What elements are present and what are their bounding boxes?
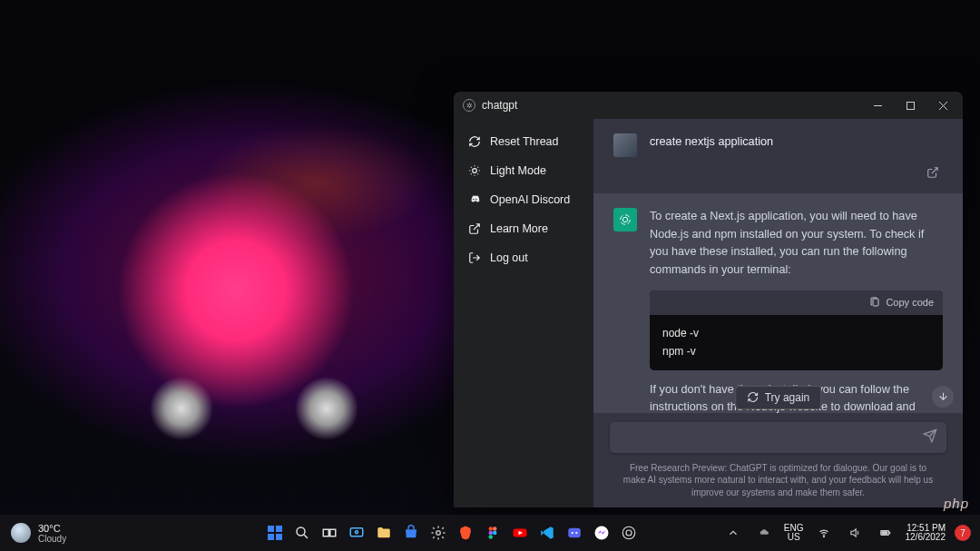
try-again-button[interactable]: Try again [735, 386, 822, 409]
svg-point-5 [622, 217, 627, 221]
svg-rect-8 [276, 526, 282, 532]
svg-point-24 [572, 532, 573, 534]
logout-icon [468, 251, 481, 264]
start-button[interactable] [264, 522, 286, 544]
minimize-button[interactable] [861, 92, 894, 119]
svg-point-28 [626, 530, 632, 536]
refresh-icon [468, 135, 481, 148]
sidebar-item-discord[interactable]: OpenAI Discord [461, 186, 586, 213]
svg-rect-9 [268, 534, 274, 540]
svg-point-27 [622, 526, 635, 539]
try-again-label: Try again [765, 391, 810, 404]
brave-icon[interactable] [455, 522, 476, 544]
explorer-icon[interactable] [373, 522, 395, 544]
language-indicator[interactable]: ENG US [784, 524, 804, 543]
svg-rect-12 [323, 529, 328, 536]
task-view-button[interactable] [318, 522, 340, 544]
onedrive-icon[interactable] [753, 522, 775, 544]
weather-widget[interactable]: 30°C Cloudy [0, 523, 181, 544]
settings-icon[interactable] [427, 522, 449, 544]
open-external-button[interactable] [613, 166, 939, 179]
wifi-icon[interactable] [813, 522, 835, 544]
chatgpt-app-icon[interactable] [618, 522, 640, 544]
window-title: chatgpt [482, 99, 861, 112]
sun-icon [468, 164, 481, 177]
input-area [593, 413, 963, 458]
sidebar-label: Learn More [490, 222, 548, 235]
close-button[interactable] [926, 92, 959, 119]
svg-point-11 [297, 527, 305, 536]
volume-icon[interactable] [844, 522, 866, 544]
svg-rect-23 [568, 528, 581, 538]
scroll-down-button[interactable] [932, 386, 954, 408]
copy-code-label: Copy code [886, 295, 934, 310]
code-line: npm -v [662, 342, 930, 360]
weather-temp: 30°C [38, 523, 66, 534]
chat-input[interactable] [619, 430, 923, 444]
sidebar-item-logout[interactable]: Log out [461, 244, 586, 271]
svg-point-25 [575, 532, 577, 534]
clock[interactable]: 12:51 PM 12/6/2022 [906, 524, 946, 543]
figma-icon[interactable] [482, 522, 504, 544]
svg-point-19 [488, 531, 493, 536]
sidebar-label: Reset Thread [490, 135, 559, 148]
youtube-icon[interactable] [509, 522, 531, 544]
notification-badge[interactable]: 7 [955, 525, 971, 541]
svg-point-29 [823, 536, 824, 537]
svg-point-18 [493, 526, 497, 531]
send-button[interactable] [923, 428, 937, 447]
svg-rect-10 [276, 534, 282, 540]
sidebar-label: Log out [490, 251, 528, 264]
chevron-up-icon[interactable] [722, 522, 744, 544]
battery-icon[interactable] [875, 522, 897, 544]
weather-cond: Cloudy [38, 534, 66, 544]
maximize-button[interactable] [894, 92, 926, 119]
assistant-paragraph: To create a Next.js application, you wil… [650, 208, 943, 280]
discord-app-icon[interactable] [564, 522, 585, 544]
svg-point-21 [488, 535, 493, 539]
sidebar-label: OpenAI Discord [490, 193, 570, 206]
taskbar-app[interactable] [346, 522, 368, 544]
refresh-icon [747, 391, 759, 403]
assistant-message: To create a Next.js application, you wil… [593, 193, 963, 413]
svg-point-16 [436, 531, 441, 536]
svg-rect-31 [881, 532, 887, 534]
chat-input-box[interactable] [610, 422, 946, 453]
discord-icon [468, 193, 481, 206]
taskbar[interactable]: 30°C Cloudy ENG US [0, 515, 980, 551]
titlebar[interactable]: ✲ chatgpt [454, 92, 963, 119]
store-icon[interactable] [400, 522, 422, 544]
user-message: create nextjs application [593, 119, 963, 193]
svg-point-20 [493, 531, 497, 536]
svg-point-15 [355, 531, 358, 534]
code-block: Copy code node -v npm -v [650, 290, 943, 370]
copy-code-button[interactable]: Copy code [650, 290, 943, 315]
vscode-icon[interactable] [536, 522, 558, 544]
search-button[interactable] [291, 522, 313, 544]
footer-note: Free Research Preview: ChatGPT is optimi… [593, 458, 963, 508]
send-icon [923, 428, 937, 443]
app-icon: ✲ [463, 99, 475, 112]
chatgpt-window: ✲ chatgpt Reset Thread Light Mode OpenAI… [454, 92, 963, 507]
user-avatar [613, 133, 637, 157]
watermark: php [944, 496, 969, 511]
sidebar-item-reset[interactable]: Reset Thread [461, 128, 586, 155]
sidebar-item-learn[interactable]: Learn More [461, 215, 586, 242]
clipboard-icon [869, 297, 880, 308]
assistant-avatar [613, 208, 637, 231]
svg-rect-1 [906, 102, 914, 109]
sidebar-label: Light Mode [490, 164, 546, 177]
svg-rect-14 [350, 528, 363, 536]
messenger-icon[interactable] [591, 522, 612, 544]
sidebar-item-lightmode[interactable]: Light Mode [461, 157, 586, 184]
svg-point-17 [488, 526, 493, 531]
svg-rect-7 [268, 526, 274, 532]
code-line: node -v [662, 324, 930, 342]
chat-main: create nextjs application [593, 119, 963, 507]
arrow-down-icon [937, 390, 949, 402]
svg-rect-13 [330, 529, 336, 536]
external-link-icon [468, 222, 481, 235]
svg-rect-6 [873, 299, 878, 306]
system-tray[interactable]: ENG US 12:51 PM 12/6/2022 7 [722, 522, 980, 544]
desktop: ✲ chatgpt Reset Thread Light Mode OpenAI… [0, 0, 980, 551]
